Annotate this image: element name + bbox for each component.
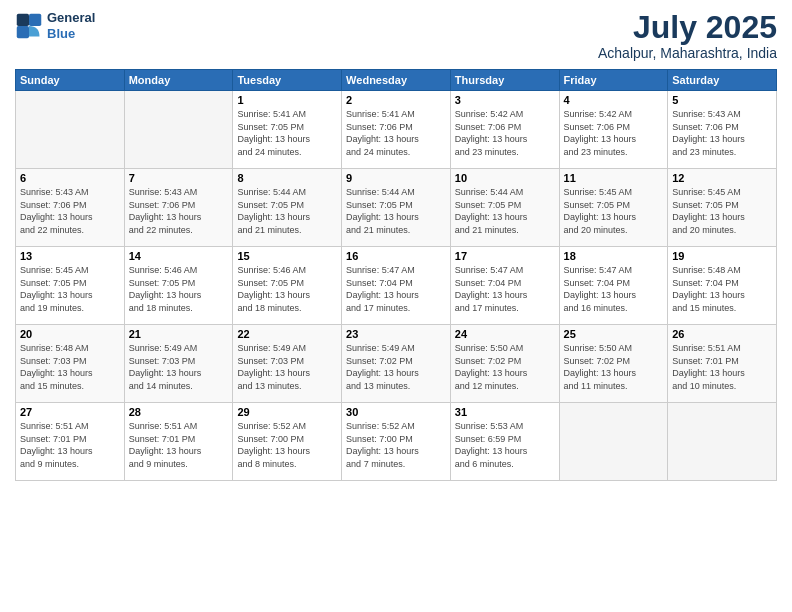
col-monday: Monday	[124, 70, 233, 91]
day-info: Sunrise: 5:52 AMSunset: 7:00 PMDaylight:…	[346, 420, 446, 470]
day-info: Sunrise: 5:44 AMSunset: 7:05 PMDaylight:…	[237, 186, 337, 236]
col-thursday: Thursday	[450, 70, 559, 91]
day-number: 2	[346, 94, 446, 106]
day-number: 1	[237, 94, 337, 106]
day-number: 13	[20, 250, 120, 262]
day-info: Sunrise: 5:43 AMSunset: 7:06 PMDaylight:…	[672, 108, 772, 158]
day-info: Sunrise: 5:42 AMSunset: 7:06 PMDaylight:…	[564, 108, 664, 158]
day-number: 26	[672, 328, 772, 340]
day-info: Sunrise: 5:46 AMSunset: 7:05 PMDaylight:…	[237, 264, 337, 314]
logo: General Blue	[15, 10, 95, 41]
day-info: Sunrise: 5:41 AMSunset: 7:05 PMDaylight:…	[237, 108, 337, 158]
table-row: 13Sunrise: 5:45 AMSunset: 7:05 PMDayligh…	[16, 247, 125, 325]
day-number: 25	[564, 328, 664, 340]
col-tuesday: Tuesday	[233, 70, 342, 91]
day-number: 6	[20, 172, 120, 184]
day-number: 21	[129, 328, 229, 340]
day-info: Sunrise: 5:49 AMSunset: 7:02 PMDaylight:…	[346, 342, 446, 392]
day-info: Sunrise: 5:45 AMSunset: 7:05 PMDaylight:…	[672, 186, 772, 236]
day-number: 12	[672, 172, 772, 184]
day-info: Sunrise: 5:48 AMSunset: 7:04 PMDaylight:…	[672, 264, 772, 314]
calendar-page: General Blue July 2025 Achalpur, Maharas…	[0, 0, 792, 612]
day-number: 11	[564, 172, 664, 184]
table-row: 5Sunrise: 5:43 AMSunset: 7:06 PMDaylight…	[668, 91, 777, 169]
day-number: 10	[455, 172, 555, 184]
day-info: Sunrise: 5:43 AMSunset: 7:06 PMDaylight:…	[129, 186, 229, 236]
table-row: 11Sunrise: 5:45 AMSunset: 7:05 PMDayligh…	[559, 169, 668, 247]
day-number: 17	[455, 250, 555, 262]
day-info: Sunrise: 5:45 AMSunset: 7:05 PMDaylight:…	[564, 186, 664, 236]
table-row: 16Sunrise: 5:47 AMSunset: 7:04 PMDayligh…	[342, 247, 451, 325]
table-row: 22Sunrise: 5:49 AMSunset: 7:03 PMDayligh…	[233, 325, 342, 403]
table-row: 3Sunrise: 5:42 AMSunset: 7:06 PMDaylight…	[450, 91, 559, 169]
table-row: 19Sunrise: 5:48 AMSunset: 7:04 PMDayligh…	[668, 247, 777, 325]
table-row: 24Sunrise: 5:50 AMSunset: 7:02 PMDayligh…	[450, 325, 559, 403]
table-row	[668, 403, 777, 481]
calendar-week-row: 1Sunrise: 5:41 AMSunset: 7:05 PMDaylight…	[16, 91, 777, 169]
day-info: Sunrise: 5:45 AMSunset: 7:05 PMDaylight:…	[20, 264, 120, 314]
day-info: Sunrise: 5:51 AMSunset: 7:01 PMDaylight:…	[129, 420, 229, 470]
day-number: 23	[346, 328, 446, 340]
table-row: 1Sunrise: 5:41 AMSunset: 7:05 PMDaylight…	[233, 91, 342, 169]
table-row: 7Sunrise: 5:43 AMSunset: 7:06 PMDaylight…	[124, 169, 233, 247]
day-number: 19	[672, 250, 772, 262]
logo-icon	[15, 12, 43, 40]
day-info: Sunrise: 5:44 AMSunset: 7:05 PMDaylight:…	[455, 186, 555, 236]
day-number: 27	[20, 406, 120, 418]
svg-rect-1	[29, 13, 41, 25]
day-info: Sunrise: 5:42 AMSunset: 7:06 PMDaylight:…	[455, 108, 555, 158]
day-number: 20	[20, 328, 120, 340]
day-number: 3	[455, 94, 555, 106]
day-info: Sunrise: 5:49 AMSunset: 7:03 PMDaylight:…	[237, 342, 337, 392]
table-row	[559, 403, 668, 481]
day-info: Sunrise: 5:51 AMSunset: 7:01 PMDaylight:…	[672, 342, 772, 392]
table-row: 26Sunrise: 5:51 AMSunset: 7:01 PMDayligh…	[668, 325, 777, 403]
table-row: 4Sunrise: 5:42 AMSunset: 7:06 PMDaylight…	[559, 91, 668, 169]
svg-rect-0	[17, 13, 29, 25]
day-number: 5	[672, 94, 772, 106]
table-row: 9Sunrise: 5:44 AMSunset: 7:05 PMDaylight…	[342, 169, 451, 247]
table-row: 20Sunrise: 5:48 AMSunset: 7:03 PMDayligh…	[16, 325, 125, 403]
day-number: 28	[129, 406, 229, 418]
table-row: 30Sunrise: 5:52 AMSunset: 7:00 PMDayligh…	[342, 403, 451, 481]
table-row: 14Sunrise: 5:46 AMSunset: 7:05 PMDayligh…	[124, 247, 233, 325]
day-number: 15	[237, 250, 337, 262]
day-number: 30	[346, 406, 446, 418]
table-row: 2Sunrise: 5:41 AMSunset: 7:06 PMDaylight…	[342, 91, 451, 169]
svg-rect-2	[17, 26, 29, 38]
calendar-header-row: Sunday Monday Tuesday Wednesday Thursday…	[16, 70, 777, 91]
day-number: 7	[129, 172, 229, 184]
day-info: Sunrise: 5:47 AMSunset: 7:04 PMDaylight:…	[564, 264, 664, 314]
day-number: 16	[346, 250, 446, 262]
day-info: Sunrise: 5:41 AMSunset: 7:06 PMDaylight:…	[346, 108, 446, 158]
day-info: Sunrise: 5:52 AMSunset: 7:00 PMDaylight:…	[237, 420, 337, 470]
table-row: 17Sunrise: 5:47 AMSunset: 7:04 PMDayligh…	[450, 247, 559, 325]
table-row: 25Sunrise: 5:50 AMSunset: 7:02 PMDayligh…	[559, 325, 668, 403]
table-row: 23Sunrise: 5:49 AMSunset: 7:02 PMDayligh…	[342, 325, 451, 403]
table-row: 31Sunrise: 5:53 AMSunset: 6:59 PMDayligh…	[450, 403, 559, 481]
day-info: Sunrise: 5:51 AMSunset: 7:01 PMDaylight:…	[20, 420, 120, 470]
day-number: 14	[129, 250, 229, 262]
location-title: Achalpur, Maharashtra, India	[598, 45, 777, 61]
calendar-week-row: 6Sunrise: 5:43 AMSunset: 7:06 PMDaylight…	[16, 169, 777, 247]
day-info: Sunrise: 5:49 AMSunset: 7:03 PMDaylight:…	[129, 342, 229, 392]
day-info: Sunrise: 5:53 AMSunset: 6:59 PMDaylight:…	[455, 420, 555, 470]
calendar-week-row: 20Sunrise: 5:48 AMSunset: 7:03 PMDayligh…	[16, 325, 777, 403]
day-info: Sunrise: 5:43 AMSunset: 7:06 PMDaylight:…	[20, 186, 120, 236]
day-number: 29	[237, 406, 337, 418]
day-info: Sunrise: 5:46 AMSunset: 7:05 PMDaylight:…	[129, 264, 229, 314]
day-info: Sunrise: 5:44 AMSunset: 7:05 PMDaylight:…	[346, 186, 446, 236]
table-row: 28Sunrise: 5:51 AMSunset: 7:01 PMDayligh…	[124, 403, 233, 481]
day-info: Sunrise: 5:47 AMSunset: 7:04 PMDaylight:…	[455, 264, 555, 314]
col-wednesday: Wednesday	[342, 70, 451, 91]
col-friday: Friday	[559, 70, 668, 91]
day-number: 18	[564, 250, 664, 262]
table-row: 21Sunrise: 5:49 AMSunset: 7:03 PMDayligh…	[124, 325, 233, 403]
title-block: July 2025 Achalpur, Maharashtra, India	[598, 10, 777, 61]
table-row: 29Sunrise: 5:52 AMSunset: 7:00 PMDayligh…	[233, 403, 342, 481]
day-info: Sunrise: 5:48 AMSunset: 7:03 PMDaylight:…	[20, 342, 120, 392]
table-row	[16, 91, 125, 169]
page-header: General Blue July 2025 Achalpur, Maharas…	[15, 10, 777, 61]
col-sunday: Sunday	[16, 70, 125, 91]
table-row: 6Sunrise: 5:43 AMSunset: 7:06 PMDaylight…	[16, 169, 125, 247]
